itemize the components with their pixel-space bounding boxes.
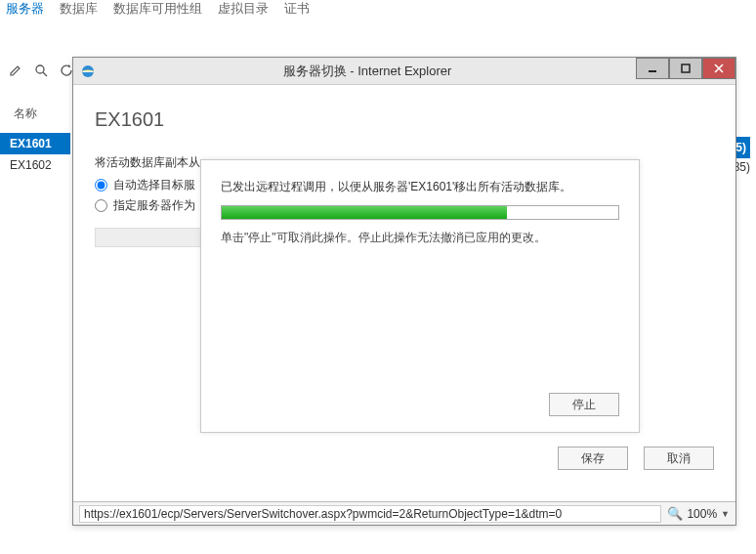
dialog-heading: EX1601 xyxy=(95,108,714,131)
tab-servers[interactable]: 服务器 xyxy=(6,0,44,18)
tab-virtualdir[interactable]: 虚拟目录 xyxy=(218,0,269,18)
window-title: 服务器切换 - Internet Explorer xyxy=(99,63,636,80)
tab-databases[interactable]: 数据库 xyxy=(60,0,98,18)
dialog-footer-buttons: 保存 取消 xyxy=(558,447,714,470)
server-list: EX1601 EX1602 xyxy=(0,133,70,176)
window-buttons xyxy=(636,58,735,84)
toolbar xyxy=(8,63,74,78)
svg-rect-5 xyxy=(682,64,690,72)
close-button[interactable] xyxy=(702,58,735,79)
zoom-value: 100% xyxy=(687,507,717,521)
zoom-control[interactable]: 🔍 100% ▼ xyxy=(667,506,730,521)
radio-auto-input[interactable] xyxy=(95,179,107,192)
radio-specify-input[interactable] xyxy=(95,199,107,212)
tab-cert[interactable]: 证书 xyxy=(284,0,310,18)
svg-point-0 xyxy=(36,65,44,73)
chevron-down-icon: ▼ xyxy=(721,509,730,519)
progress-bar-fill xyxy=(222,206,507,219)
titlebar: 服务器切换 - Internet Explorer xyxy=(73,58,735,85)
edit-icon[interactable] xyxy=(8,63,23,78)
svg-line-1 xyxy=(43,72,47,76)
status-url: https://ex1601/ecp/Servers/ServerSwitcho… xyxy=(79,505,661,523)
cancel-button[interactable]: 取消 xyxy=(644,447,714,470)
progress-bar xyxy=(221,205,619,220)
progress-hint: 单击"停止"可取消此操作。停止此操作无法撤消已应用的更改。 xyxy=(221,230,619,246)
tab-dag[interactable]: 数据库可用性组 xyxy=(113,0,202,18)
progress-dialog: 已发出远程过程调用，以便从服务器'EX1601'移出所有活动数据库。 单击"停止… xyxy=(200,159,640,433)
ie-popup-window: 服务器切换 - Internet Explorer EX1601 将活动数据库副… xyxy=(72,57,736,526)
statusbar: https://ex1601/ecp/Servers/ServerSwitcho… xyxy=(73,501,735,525)
save-button[interactable]: 保存 xyxy=(558,447,628,470)
server-list-item[interactable]: EX1601 xyxy=(0,133,70,154)
stop-button[interactable]: 停止 xyxy=(549,393,619,416)
maximize-button[interactable] xyxy=(669,58,702,79)
minimize-button[interactable] xyxy=(636,58,669,79)
svg-rect-4 xyxy=(649,70,656,72)
progress-message: 已发出远程过程调用，以便从服务器'EX1601'移出所有活动数据库。 xyxy=(221,178,619,195)
magnifier-icon: 🔍 xyxy=(667,506,683,521)
top-nav-tabs: 服务器 数据库 数据库可用性组 虚拟目录 证书 xyxy=(0,0,756,18)
dialog-body: EX1601 将活动数据库副本从 自动选择目标服 指定服务器作为 已发出远程过程… xyxy=(73,85,735,501)
search-icon[interactable] xyxy=(33,63,49,78)
radio-specify-label: 指定服务器作为 xyxy=(113,197,195,214)
radio-auto-label: 自动选择目标服 xyxy=(113,177,195,193)
server-list-item[interactable]: EX1602 xyxy=(0,154,70,176)
svg-rect-3 xyxy=(83,70,94,71)
list-column-header-name: 名称 xyxy=(14,106,37,122)
ie-logo-icon xyxy=(77,64,99,79)
